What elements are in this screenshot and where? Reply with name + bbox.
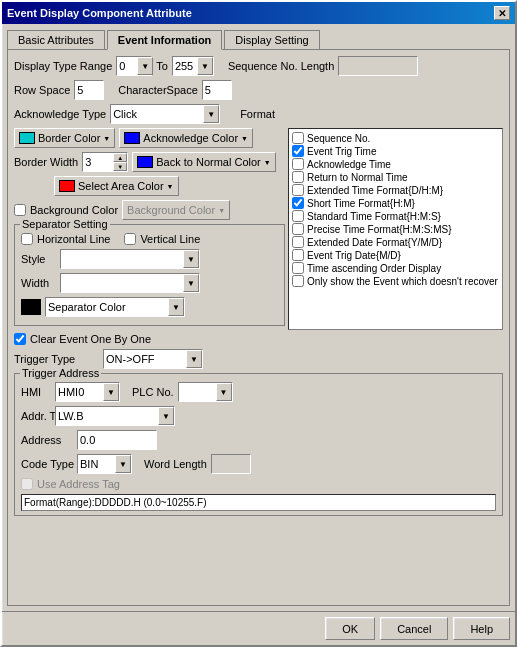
tab-basic[interactable]: Basic Attributes [7,30,105,50]
row-space-input[interactable] [74,80,104,100]
cancel-button[interactable]: Cancel [380,617,448,640]
border-width-spinbox-buttons: ▲ ▼ [113,153,127,171]
title-bar: Event Display Component Attribute ✕ [2,2,515,24]
format-trig-date-label: Event Trig Date{M/D} [307,250,401,261]
border-width-input[interactable] [83,155,113,169]
format-trig-date-checkbox[interactable] [292,249,304,261]
address-label: Address [21,434,73,446]
row-space-label: Row Space [14,84,70,96]
sep-color-arrow[interactable]: ▼ [168,298,184,316]
ack-type-input[interactable] [111,107,203,121]
display-type-to-input[interactable] [173,59,197,73]
plc-no-arrow[interactable]: ▼ [216,383,232,401]
tab-panel-event: Display Type Range ▼ To ▼ Sequence No. L… [7,49,510,606]
hmi-row: HMI ▼ PLC No. ▼ [21,382,496,402]
plc-no-input[interactable] [179,385,216,399]
vertical-line-checkbox[interactable] [124,233,136,245]
plc-no-combo[interactable]: ▼ [178,382,233,402]
format-item-8: Extended Date Format{Y/M/D} [292,236,499,248]
bg-color-button[interactable]: Background Color ▼ [122,200,230,220]
format-only-show-label: Only show the Event which doesn't recove… [307,276,498,287]
help-button[interactable]: Help [453,617,510,640]
sep-color-input[interactable] [46,300,168,314]
format-time-asc-checkbox[interactable] [292,262,304,274]
format-ext-date-checkbox[interactable] [292,236,304,248]
hmi-arrow[interactable]: ▼ [103,383,119,401]
border-color-label: Border Color [38,132,100,144]
row-space-row: Row Space CharacterSpace [14,80,503,100]
display-type-from-arrow[interactable]: ▼ [137,57,153,75]
format-item-9: Event Trig Date{M/D} [292,249,499,261]
addr-type-arrow[interactable]: ▼ [158,407,174,425]
display-type-to-combo[interactable]: ▼ [172,56,214,76]
style-input[interactable] [61,252,183,266]
format-only-show-checkbox[interactable] [292,275,304,287]
tab-event[interactable]: Event Information [107,30,223,50]
seq-no-length-input[interactable] [338,56,418,76]
ack-color-button[interactable]: Acknowledge Color ▼ [119,128,253,148]
trigger-type-input[interactable] [104,352,186,366]
back-normal-color-label: Back to Normal Color [156,156,261,168]
format-ext-time-dh-label: Extended Time Format{D/H:M} [307,185,443,196]
border-width-spinbox[interactable]: ▲ ▼ [82,152,128,172]
format-ext-time-dh-checkbox[interactable] [292,184,304,196]
word-length-input[interactable] [211,454,251,474]
trigger-type-combo[interactable]: ▼ [103,349,203,369]
border-width-up[interactable]: ▲ [113,153,127,162]
tab-display[interactable]: Display Setting [224,30,319,50]
address-input[interactable] [77,430,157,450]
trigger-type-arrow[interactable]: ▼ [186,350,202,368]
addr-type-input[interactable] [56,409,158,423]
hmi-label: HMI [21,386,51,398]
display-type-from-combo[interactable]: ▼ [116,56,152,76]
left-panel: Border Color ▼ Acknowledge Color ▼ Borde… [14,128,285,330]
width-combo[interactable]: ▼ [60,273,200,293]
ack-color-label: Acknowledge Color [143,132,238,144]
style-arrow[interactable]: ▼ [183,250,199,268]
display-type-to-arrow[interactable]: ▼ [197,57,213,75]
format-return-normal-checkbox[interactable] [292,171,304,183]
style-combo[interactable]: ▼ [60,249,200,269]
close-button[interactable]: ✕ [494,6,510,20]
select-area-color-button[interactable]: Select Area Color ▼ [54,176,179,196]
format-std-time-checkbox[interactable] [292,210,304,222]
code-type-arrow[interactable]: ▼ [115,455,131,473]
trigger-address-title: Trigger Address [20,367,101,379]
bg-color-checkbox[interactable] [14,204,26,216]
back-normal-color-button[interactable]: Back to Normal Color ▼ [132,152,275,172]
ack-type-arrow[interactable]: ▼ [203,105,219,123]
width-input[interactable] [61,276,183,290]
format-item-7: Precise Time Format{H:M:S:MS} [292,223,499,235]
clear-event-checkbox[interactable] [14,333,26,345]
trigger-type-label: Trigger Type [14,353,99,365]
format-precise-time-checkbox[interactable] [292,223,304,235]
addr-type-row: Addr. Type ▼ [21,406,496,426]
border-color-swatch [19,132,35,144]
ack-type-combo[interactable]: ▼ [110,104,220,124]
char-space-input[interactable] [202,80,232,100]
border-width-down[interactable]: ▼ [113,162,127,171]
format-event-trig-time-checkbox[interactable] [292,145,304,157]
horizontal-line-label: Horizontal Line [37,233,110,245]
hmi-input[interactable] [56,385,103,399]
code-type-input[interactable] [78,457,115,471]
hmi-combo[interactable]: ▼ [55,382,120,402]
code-type-combo[interactable]: ▼ [77,454,132,474]
sep-color-combo[interactable]: ▼ [45,297,185,317]
format-ack-time-checkbox[interactable] [292,158,304,170]
format-seq-no-checkbox[interactable] [292,132,304,144]
border-color-button[interactable]: Border Color ▼ [14,128,115,148]
ack-type-row: Acknowledge Type ▼ Format [14,104,503,124]
bottom-bar: OK Cancel Help [2,611,515,645]
format-item-0: Sequence No. [292,132,499,144]
format-item-11: Only show the Event which doesn't recove… [292,275,499,287]
main-window: Event Display Component Attribute ✕ Basi… [0,0,517,647]
width-arrow[interactable]: ▼ [183,274,199,292]
use-addr-tag-checkbox[interactable] [21,478,33,490]
display-type-from-input[interactable] [117,59,137,73]
addr-type-combo[interactable]: ▼ [55,406,175,426]
horizontal-line-checkbox[interactable] [21,233,33,245]
ok-button[interactable]: OK [325,617,375,640]
format-short-time-checkbox[interactable] [292,197,304,209]
ack-type-label: Acknowledge Type [14,108,106,120]
